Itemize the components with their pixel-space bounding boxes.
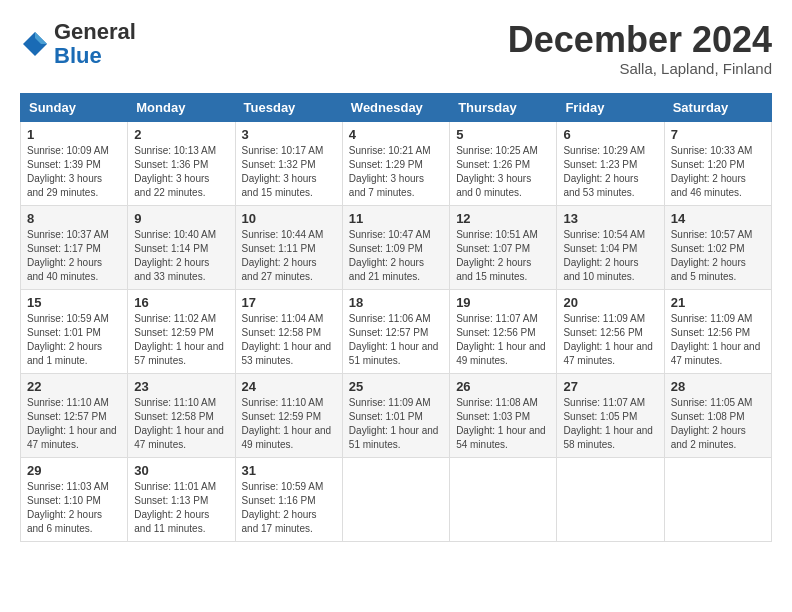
day-info: Sunrise: 10:09 AM Sunset: 1:39 PM Daylig… — [27, 144, 121, 200]
day-number: 21 — [671, 295, 765, 310]
location-subtitle: Salla, Lapland, Finland — [508, 60, 772, 77]
day-number: 6 — [563, 127, 657, 142]
day-info: Sunrise: 11:07 AM Sunset: 12:56 PM Dayli… — [456, 312, 550, 368]
day-number: 23 — [134, 379, 228, 394]
day-number: 8 — [27, 211, 121, 226]
calendar-cell: 9Sunrise: 10:40 AM Sunset: 1:14 PM Dayli… — [128, 205, 235, 289]
day-number: 14 — [671, 211, 765, 226]
day-info: Sunrise: 11:09 AM Sunset: 12:56 PM Dayli… — [563, 312, 657, 368]
weekday-header: Monday — [128, 93, 235, 121]
calendar-cell: 10Sunrise: 10:44 AM Sunset: 1:11 PM Dayl… — [235, 205, 342, 289]
calendar-cell: 15Sunrise: 10:59 AM Sunset: 1:01 PM Dayl… — [21, 289, 128, 373]
calendar-cell: 7Sunrise: 10:33 AM Sunset: 1:20 PM Dayli… — [664, 121, 771, 205]
day-info: Sunrise: 10:13 AM Sunset: 1:36 PM Daylig… — [134, 144, 228, 200]
day-info: Sunrise: 11:08 AM Sunset: 1:03 PM Daylig… — [456, 396, 550, 452]
weekday-header: Wednesday — [342, 93, 449, 121]
day-info: Sunrise: 11:05 AM Sunset: 1:08 PM Daylig… — [671, 396, 765, 452]
logo-general-text: General — [54, 19, 136, 44]
calendar-cell: 25Sunrise: 11:09 AM Sunset: 1:01 PM Dayl… — [342, 373, 449, 457]
weekday-header: Saturday — [664, 93, 771, 121]
day-info: Sunrise: 10:37 AM Sunset: 1:17 PM Daylig… — [27, 228, 121, 284]
day-number: 11 — [349, 211, 443, 226]
calendar-cell: 27Sunrise: 11:07 AM Sunset: 1:05 PM Dayl… — [557, 373, 664, 457]
calendar-cell — [664, 457, 771, 541]
day-number: 7 — [671, 127, 765, 142]
calendar-cell: 3Sunrise: 10:17 AM Sunset: 1:32 PM Dayli… — [235, 121, 342, 205]
day-info: Sunrise: 11:07 AM Sunset: 1:05 PM Daylig… — [563, 396, 657, 452]
calendar-cell: 28Sunrise: 11:05 AM Sunset: 1:08 PM Dayl… — [664, 373, 771, 457]
day-number: 20 — [563, 295, 657, 310]
calendar-cell: 13Sunrise: 10:54 AM Sunset: 1:04 PM Dayl… — [557, 205, 664, 289]
calendar-cell: 12Sunrise: 10:51 AM Sunset: 1:07 PM Dayl… — [450, 205, 557, 289]
calendar-cell — [342, 457, 449, 541]
day-info: Sunrise: 11:03 AM Sunset: 1:10 PM Daylig… — [27, 480, 121, 536]
calendar-week-row: 1Sunrise: 10:09 AM Sunset: 1:39 PM Dayli… — [21, 121, 772, 205]
day-info: Sunrise: 11:04 AM Sunset: 12:58 PM Dayli… — [242, 312, 336, 368]
calendar-cell: 17Sunrise: 11:04 AM Sunset: 12:58 PM Day… — [235, 289, 342, 373]
calendar-cell — [557, 457, 664, 541]
calendar-cell: 30Sunrise: 11:01 AM Sunset: 1:13 PM Dayl… — [128, 457, 235, 541]
calendar-table: SundayMondayTuesdayWednesdayThursdayFrid… — [20, 93, 772, 542]
day-number: 26 — [456, 379, 550, 394]
calendar-cell: 18Sunrise: 11:06 AM Sunset: 12:57 PM Day… — [342, 289, 449, 373]
day-info: Sunrise: 10:59 AM Sunset: 1:01 PM Daylig… — [27, 312, 121, 368]
calendar-cell: 11Sunrise: 10:47 AM Sunset: 1:09 PM Dayl… — [342, 205, 449, 289]
calendar-cell: 14Sunrise: 10:57 AM Sunset: 1:02 PM Dayl… — [664, 205, 771, 289]
day-info: Sunrise: 11:02 AM Sunset: 12:59 PM Dayli… — [134, 312, 228, 368]
day-info: Sunrise: 10:40 AM Sunset: 1:14 PM Daylig… — [134, 228, 228, 284]
day-number: 3 — [242, 127, 336, 142]
month-title: December 2024 — [508, 20, 772, 60]
logo-icon — [20, 29, 50, 59]
day-number: 5 — [456, 127, 550, 142]
day-info: Sunrise: 10:54 AM Sunset: 1:04 PM Daylig… — [563, 228, 657, 284]
day-info: Sunrise: 11:09 AM Sunset: 1:01 PM Daylig… — [349, 396, 443, 452]
day-number: 1 — [27, 127, 121, 142]
calendar-cell: 24Sunrise: 11:10 AM Sunset: 12:59 PM Day… — [235, 373, 342, 457]
day-info: Sunrise: 10:21 AM Sunset: 1:29 PM Daylig… — [349, 144, 443, 200]
day-number: 31 — [242, 463, 336, 478]
day-info: Sunrise: 10:44 AM Sunset: 1:11 PM Daylig… — [242, 228, 336, 284]
weekday-header: Thursday — [450, 93, 557, 121]
calendar-cell: 20Sunrise: 11:09 AM Sunset: 12:56 PM Day… — [557, 289, 664, 373]
calendar-cell: 16Sunrise: 11:02 AM Sunset: 12:59 PM Day… — [128, 289, 235, 373]
calendar-week-row: 22Sunrise: 11:10 AM Sunset: 12:57 PM Day… — [21, 373, 772, 457]
day-info: Sunrise: 10:25 AM Sunset: 1:26 PM Daylig… — [456, 144, 550, 200]
day-number: 29 — [27, 463, 121, 478]
day-number: 4 — [349, 127, 443, 142]
day-number: 22 — [27, 379, 121, 394]
day-info: Sunrise: 10:33 AM Sunset: 1:20 PM Daylig… — [671, 144, 765, 200]
weekday-header: Friday — [557, 93, 664, 121]
calendar-week-row: 29Sunrise: 11:03 AM Sunset: 1:10 PM Dayl… — [21, 457, 772, 541]
calendar-cell: 8Sunrise: 10:37 AM Sunset: 1:17 PM Dayli… — [21, 205, 128, 289]
day-info: Sunrise: 11:06 AM Sunset: 12:57 PM Dayli… — [349, 312, 443, 368]
day-number: 12 — [456, 211, 550, 226]
calendar-cell: 2Sunrise: 10:13 AM Sunset: 1:36 PM Dayli… — [128, 121, 235, 205]
day-number: 24 — [242, 379, 336, 394]
day-info: Sunrise: 10:29 AM Sunset: 1:23 PM Daylig… — [563, 144, 657, 200]
calendar-cell — [450, 457, 557, 541]
calendar-cell: 29Sunrise: 11:03 AM Sunset: 1:10 PM Dayl… — [21, 457, 128, 541]
logo: General Blue — [20, 20, 136, 68]
day-info: Sunrise: 10:17 AM Sunset: 1:32 PM Daylig… — [242, 144, 336, 200]
day-number: 19 — [456, 295, 550, 310]
calendar-cell: 22Sunrise: 11:10 AM Sunset: 12:57 PM Day… — [21, 373, 128, 457]
calendar-cell: 6Sunrise: 10:29 AM Sunset: 1:23 PM Dayli… — [557, 121, 664, 205]
day-number: 9 — [134, 211, 228, 226]
calendar-cell: 26Sunrise: 11:08 AM Sunset: 1:03 PM Dayl… — [450, 373, 557, 457]
day-info: Sunrise: 11:10 AM Sunset: 12:59 PM Dayli… — [242, 396, 336, 452]
page-header: General Blue December 2024 Salla, Laplan… — [20, 20, 772, 77]
day-info: Sunrise: 11:10 AM Sunset: 12:57 PM Dayli… — [27, 396, 121, 452]
calendar-header-row: SundayMondayTuesdayWednesdayThursdayFrid… — [21, 93, 772, 121]
calendar-cell: 31Sunrise: 10:59 AM Sunset: 1:16 PM Dayl… — [235, 457, 342, 541]
calendar-cell: 19Sunrise: 11:07 AM Sunset: 12:56 PM Day… — [450, 289, 557, 373]
day-info: Sunrise: 10:57 AM Sunset: 1:02 PM Daylig… — [671, 228, 765, 284]
calendar-cell: 23Sunrise: 11:10 AM Sunset: 12:58 PM Day… — [128, 373, 235, 457]
weekday-header: Sunday — [21, 93, 128, 121]
calendar-cell: 21Sunrise: 11:09 AM Sunset: 12:56 PM Day… — [664, 289, 771, 373]
day-number: 16 — [134, 295, 228, 310]
day-number: 30 — [134, 463, 228, 478]
day-number: 27 — [563, 379, 657, 394]
day-info: Sunrise: 10:51 AM Sunset: 1:07 PM Daylig… — [456, 228, 550, 284]
day-number: 10 — [242, 211, 336, 226]
day-number: 25 — [349, 379, 443, 394]
